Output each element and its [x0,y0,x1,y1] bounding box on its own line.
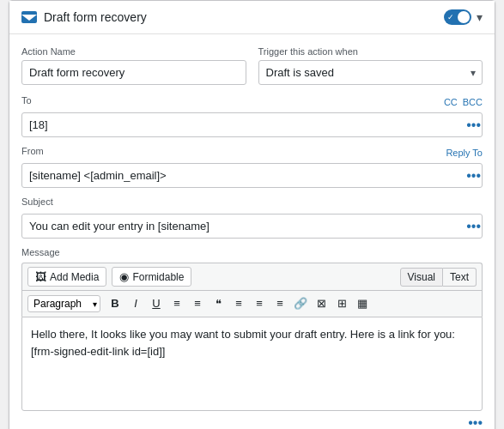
align-center-button[interactable]: ≡ [250,294,269,313]
message-dots-button[interactable]: ••• [468,416,483,429]
formidable-button[interactable]: ◉ Formidable [112,267,191,287]
subject-input[interactable] [21,214,483,239]
add-media-button[interactable]: 🖼 Add Media [27,267,106,287]
header-right: ✓ ▾ [444,9,483,25]
align-right-button[interactable]: ≡ [270,294,289,313]
blockquote-button[interactable]: ❝ [209,294,228,313]
add-media-label: Add Media [50,271,99,283]
enable-toggle[interactable]: ✓ [444,9,471,25]
to-field-actions: CC BCC [444,97,483,107]
trigger-select[interactable]: Draft is saved [258,60,483,85]
cc-link[interactable]: CC [444,97,458,107]
visual-view-button[interactable]: Visual [400,268,443,287]
align-left-button[interactable]: ≡ [229,294,248,313]
to-field-header: To CC BCC [21,95,483,109]
paragraph-select-wrapper: Paragraph [27,295,100,312]
insert-more-button[interactable]: ⊞ [332,294,351,313]
message-editor[interactable]: Hello there, It looks like you may want … [21,317,483,411]
trigger-label: Trigger this action when [258,46,483,57]
message-field-row: Message 🖼 Add Media ◉ Formidable Visual … [21,247,483,429]
trigger-group: Trigger this action when Draft is saved … [258,46,483,85]
from-label: From [21,146,44,156]
paragraph-select[interactable]: Paragraph [27,295,100,312]
view-toggle: Visual Text [400,268,477,287]
header-title: Draft form recovery [44,10,147,24]
card-header: Draft form recovery ✓ ▾ [9,1,495,34]
add-media-icon: 🖼 [35,270,46,283]
formidable-label: Formidable [132,271,184,283]
message-footer: ••• [21,416,483,429]
from-dots-button[interactable]: ••• [465,169,483,183]
toggle-check-icon: ✓ [447,13,454,21]
subject-input-wrapper: ••• [21,214,483,239]
from-input[interactable] [21,163,483,188]
text-view-button[interactable]: Text [443,268,477,287]
reply-to-link[interactable]: Reply To [446,148,483,158]
to-dots-button[interactable]: ••• [465,118,483,132]
to-field-row: To CC BCC ••• [21,95,483,137]
link-button[interactable]: 🔗 [291,294,310,313]
table-button[interactable]: ▦ [353,294,372,313]
action-name-label: Action Name [21,46,246,57]
to-label: To [21,95,32,106]
bcc-link[interactable]: BCC [463,97,483,107]
email-icon [21,11,37,23]
editor-top-toolbar: 🖼 Add Media ◉ Formidable Visual Text [21,263,483,290]
unlink-button[interactable]: ⊠ [312,294,331,313]
to-input-wrapper: ••• [21,112,483,137]
editor-top-toolbar-left: 🖼 Add Media ◉ Formidable [27,267,191,287]
formidable-icon: ◉ [119,270,129,283]
action-name-input[interactable] [21,60,246,85]
subject-field-row: Subject ••• [21,196,483,239]
action-name-group: Action Name [21,46,246,85]
email-action-card: Draft form recovery ✓ ▾ Action Name Trig… [9,0,495,429]
trigger-select-wrapper: Draft is saved ▾ [258,60,483,85]
italic-button[interactable]: I [126,294,145,313]
from-input-wrapper: ••• [21,163,483,188]
subject-field-header: Subject [21,196,483,210]
from-field-header: From Reply To [21,146,483,160]
bold-button[interactable]: B [106,294,124,313]
ordered-list-button[interactable]: ≡ [188,294,207,313]
card-body: Action Name Trigger this action when Dra… [9,34,495,429]
action-trigger-row: Action Name Trigger this action when Dra… [21,46,483,85]
subject-dots-button[interactable]: ••• [465,220,483,233]
subject-label: Subject [21,196,53,207]
header-left: Draft form recovery [21,10,147,24]
message-label: Message [21,247,483,257]
underline-button[interactable]: U [147,294,166,313]
from-field-row: From Reply To ••• [21,146,483,188]
unordered-list-button[interactable]: ≡ [167,294,186,313]
chevron-down-icon[interactable]: ▾ [477,10,483,24]
to-input[interactable] [21,112,483,137]
format-toolbar: Paragraph B I U ≡ ≡ ❝ ≡ ≡ ≡ 🔗 ⊠ ⊞ ▦ [21,290,483,317]
